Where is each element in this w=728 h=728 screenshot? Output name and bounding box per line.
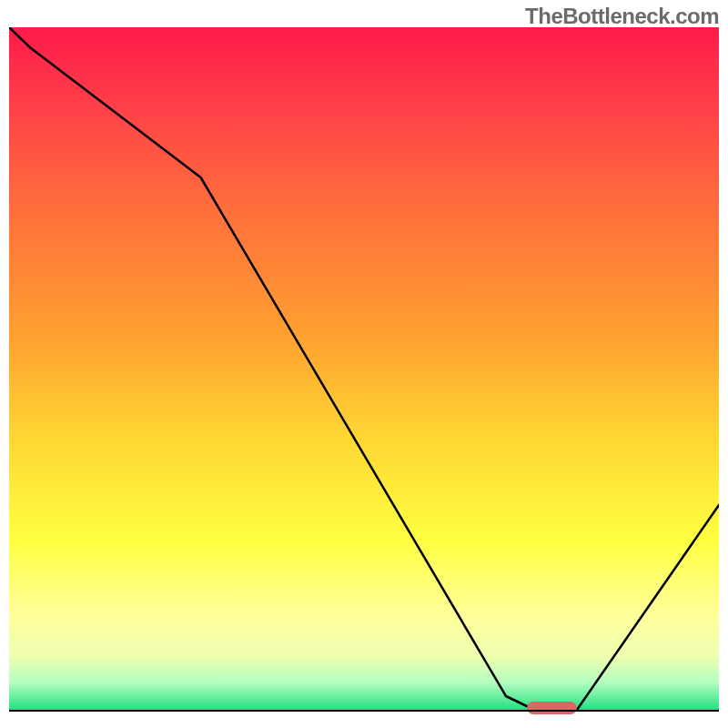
watermark-text: TheBottleneck.com: [525, 4, 719, 29]
chart-container: TheBottleneck.com: [0, 0, 728, 728]
optimal-range-marker: [527, 702, 577, 714]
x-axis-line: [9, 710, 719, 712]
bottleneck-curve: [9, 27, 719, 719]
chart-area: [9, 27, 719, 721]
